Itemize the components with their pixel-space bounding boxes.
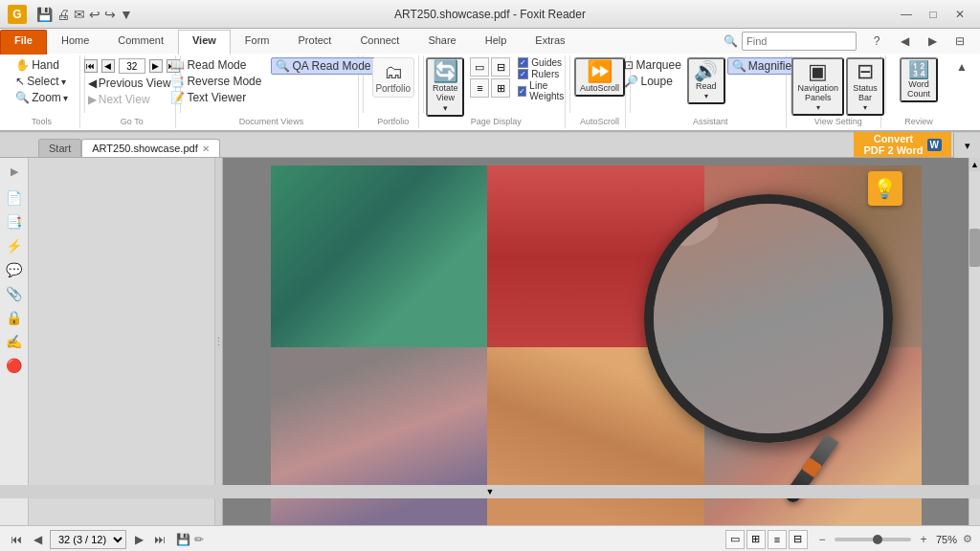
sidebar-resize-handle[interactable]: ⋮ <box>215 158 223 525</box>
tab-file[interactable]: File <box>0 30 47 55</box>
photo-grid <box>271 165 922 525</box>
portfolio-button[interactable]: 🗂 Portfolio <box>372 57 414 98</box>
scroll-up-btn[interactable]: ▲ <box>969 158 980 171</box>
tool-sign[interactable]: ✍ <box>4 331 25 352</box>
main-area: ▶ 📄 📑 ⚡ 💬 📎 🔒 ✍ 🔴 ⋮ <box>0 158 980 525</box>
tab-extras[interactable]: Extras <box>521 30 579 55</box>
zoom-slider[interactable] <box>835 538 911 541</box>
text-viewer-button[interactable]: 📝 Text Viewer <box>167 90 265 105</box>
tool-comments[interactable]: 💬 <box>4 259 25 280</box>
zoom-out-btn[interactable]: − <box>813 531 831 548</box>
rotate-view-button[interactable]: 🔄 Rotate View ▾ <box>426 57 464 117</box>
status-bar-left: ⏮ ◀ 32 (3 / 12) ▶ ⏭ 💾 ✏ <box>8 530 204 549</box>
magnifier-button[interactable]: 🔍 Magnifier <box>727 57 800 75</box>
next-page-btn[interactable]: ▶ <box>149 59 163 73</box>
tools-group-label: Tools <box>32 117 52 126</box>
select-tool-button[interactable]: ↖ Select ▾ <box>11 74 72 89</box>
portfolio-group-label: Portfolio <box>377 117 409 126</box>
status-first-page-btn[interactable]: ⏮ <box>8 531 25 548</box>
view-spread-btn[interactable]: ⊟ <box>789 530 808 549</box>
doc-tab-close-btn[interactable]: ✕ <box>202 143 210 154</box>
window-title: ART250.showcase.pdf - Foxit Reader <box>394 8 586 21</box>
marquee-button[interactable]: ⊡ Marquee <box>620 57 684 73</box>
page-display-icons: ▭ ⊟ ≡ ⊞ <box>470 57 510 98</box>
tool-redact[interactable]: 🔴 <box>4 355 25 376</box>
status-prev-page-btn[interactable]: ◀ <box>29 531 46 548</box>
status-page-select[interactable]: 32 (3 / 12) <box>50 530 126 549</box>
tab-view[interactable]: View <box>178 30 231 55</box>
next-view-button[interactable]: ▶ Next View <box>84 92 180 107</box>
lineweights-check-icon: ✓ <box>518 86 526 97</box>
goto-group-label: Go To <box>121 117 144 126</box>
minimize-button[interactable]: — <box>894 5 919 24</box>
tab-scroll-btn[interactable]: ▾ <box>953 133 980 158</box>
ribbon-prev-btn[interactable]: ◀ <box>892 32 917 51</box>
hand-tool-button[interactable]: ✋ Hand <box>11 57 72 73</box>
docviews-buttons2: 🔍 QA Read Mode <box>271 57 375 75</box>
scroll-down-btn[interactable]: ▼ <box>0 485 980 498</box>
single-page-btn[interactable]: ▭ <box>470 57 489 77</box>
tab-comment[interactable]: Comment <box>103 30 178 55</box>
qa-read-mode-button[interactable]: 🔍 QA Read Mode <box>271 57 375 75</box>
docviews-group-label: Document Views <box>239 117 303 126</box>
ribbon-group-tools: ✋ Hand ↖ Select ▾ 🔍 Zoom ▾ Tools <box>4 55 80 128</box>
status-bar-button[interactable]: ⊟ Status Bar ▾ <box>846 57 884 116</box>
status-next-page-btn[interactable]: ▶ <box>130 531 147 548</box>
close-button[interactable]: ✕ <box>947 5 972 24</box>
word-count-button[interactable]: 🔢 Word Count <box>900 57 938 102</box>
status-last-page-btn[interactable]: ⏭ <box>151 531 168 548</box>
view-facing-btn[interactable]: ⊞ <box>746 530 766 549</box>
status-options-btn[interactable]: ⚙ <box>963 533 972 545</box>
tab-connect[interactable]: Connect <box>345 30 413 55</box>
view-single-btn[interactable]: ▭ <box>725 530 745 549</box>
navigation-panels-button[interactable]: ▣ Navigation Panels ▾ <box>791 57 844 116</box>
ribbon-expand-btn[interactable]: ⊟ <box>947 32 972 51</box>
tab-home[interactable]: Home <box>47 30 103 55</box>
scroll-btn[interactable]: ≡ <box>470 78 489 98</box>
first-page-btn[interactable]: ⏮ <box>84 59 98 73</box>
guides-checkbox[interactable]: ✓ Guides <box>518 57 566 68</box>
tool-bookmarks[interactable]: 📑 <box>4 211 25 232</box>
spread-btn[interactable]: ⊞ <box>491 78 510 98</box>
tab-protect[interactable]: Protect <box>284 30 346 55</box>
autoscroll-button[interactable]: ⏩ AutoScroll <box>574 57 625 97</box>
right-scrollbar[interactable]: ▲ ▼ <box>969 158 980 525</box>
page-number-input[interactable] <box>119 58 145 74</box>
ribbon-group-viewsetting: ▣ Navigation Panels ▾ ⊟ Status Bar ▾ Vie… <box>795 55 881 128</box>
tab-share[interactable]: Share <box>413 30 470 55</box>
tool-attach[interactable]: 📎 <box>4 283 25 304</box>
tab-help[interactable]: Help <box>471 30 522 55</box>
prev-page-btn[interactable]: ◀ <box>101 59 115 73</box>
doc-tab-start[interactable]: Start <box>38 139 81 157</box>
tool-stamp[interactable]: ⚡ <box>4 235 25 256</box>
read-mode-button[interactable]: 📖 Read Mode <box>167 57 265 73</box>
ribbon-help-btn[interactable]: ? <box>864 32 889 51</box>
doc-tab-art250[interactable]: ART250.showcase.pdf ✕ <box>81 139 219 157</box>
status-sign-icon[interactable]: ✏ <box>194 533 204 546</box>
lightbulb-button[interactable]: 💡 <box>868 171 902 206</box>
convert-pdf-button[interactable]: ConvertPDF 2 Word W <box>854 132 951 157</box>
tool-security[interactable]: 🔒 <box>4 307 25 328</box>
line-weights-checkbox[interactable]: ✓ Line Weights <box>518 80 566 101</box>
tab-form[interactable]: Form <box>231 30 284 55</box>
sidebar-toggle[interactable]: ▶ <box>11 162 17 181</box>
ribbon-next-btn[interactable]: ▶ <box>920 32 945 51</box>
reverse-mode-button[interactable]: 📑 Reverse Mode <box>167 74 265 89</box>
pagedisplay-group-label: Page Display <box>471 117 522 126</box>
sep4 <box>423 55 424 113</box>
rulers-checkbox[interactable]: ✓ Rulers <box>518 69 566 79</box>
scroll-thumb[interactable] <box>969 229 980 267</box>
loupe-button[interactable]: 🔎 Loupe <box>620 74 684 89</box>
facing-page-btn[interactable]: ⊟ <box>491 57 510 77</box>
read-button[interactable]: 🔊 Read ▾ <box>687 57 725 104</box>
tool-thumbnail[interactable]: 📄 <box>4 187 25 209</box>
maximize-button[interactable]: □ <box>921 5 946 24</box>
search-input[interactable] <box>742 32 857 51</box>
view-scroll-btn[interactable]: ≡ <box>768 530 787 549</box>
zoom-tool-button[interactable]: 🔍 Zoom ▾ <box>11 90 72 105</box>
previous-view-button[interactable]: ◀ Previous View <box>84 76 180 91</box>
status-save-icon[interactable]: 💾 <box>176 533 190 546</box>
window-controls[interactable]: — □ ✕ <box>894 5 972 24</box>
zoom-in-btn[interactable]: + <box>915 531 932 548</box>
ribbon-collapse-button[interactable]: ▲ <box>949 57 974 77</box>
